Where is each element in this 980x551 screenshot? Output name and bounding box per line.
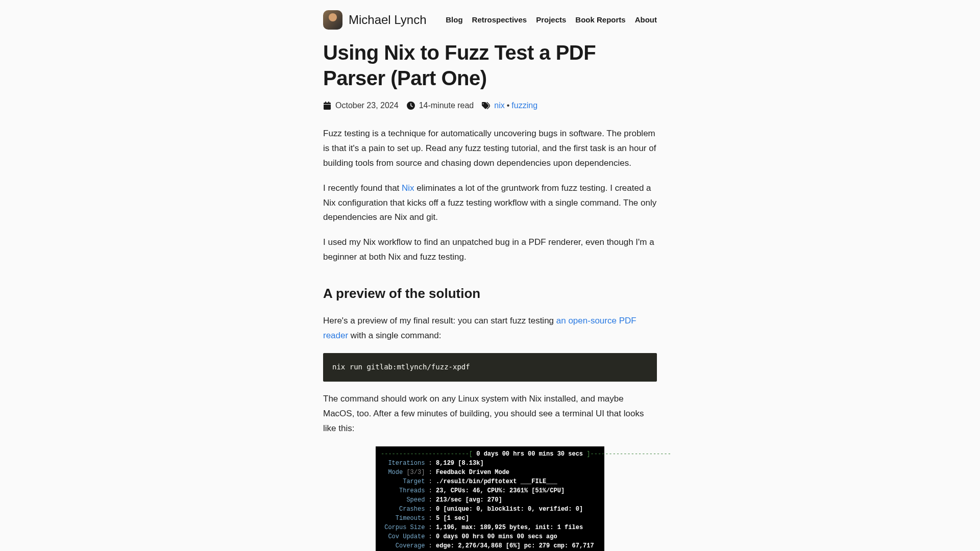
link-nix[interactable]: Nix [402, 183, 414, 193]
main-nav: Blog Retrospectives Projects Book Report… [446, 14, 657, 26]
nav-projects[interactable]: Projects [536, 14, 566, 26]
terminal-screenshot: ------------------------[ 0 days 00 hrs … [376, 446, 604, 551]
nav-book-reports[interactable]: Book Reports [575, 14, 625, 26]
meta-read-time: 14-minute read [407, 99, 474, 112]
tag-nix[interactable]: nix [494, 101, 504, 110]
brand[interactable]: Michael Lynch [323, 10, 427, 30]
meta-tags: nix•fuzzing [482, 99, 537, 112]
tag-separator: • [507, 101, 510, 110]
nav-retrospectives[interactable]: Retrospectives [472, 14, 527, 26]
nav-about[interactable]: About [635, 14, 657, 26]
calendar-icon [323, 102, 331, 110]
nav-blog[interactable]: Blog [446, 14, 462, 26]
page-title: Using Nix to Fuzz Test a PDF Parser (Par… [323, 40, 657, 91]
paragraph-intro: Fuzz testing is a technique for automati… [323, 127, 657, 171]
paragraph-bug: I used my Nix workflow to find an unpatc… [323, 235, 657, 265]
avatar [323, 10, 342, 30]
section-heading-preview: A preview of the solution [323, 283, 657, 305]
paragraph-preview: Here's a preview of my final result: you… [323, 314, 657, 343]
paragraph-linux: The command should work on any Linux sys… [323, 392, 657, 436]
post-meta: October 23, 2024 14-minute read nix•fuzz… [323, 99, 657, 112]
clock-icon [407, 102, 415, 110]
tags-icon [482, 102, 490, 110]
post-date: October 23, 2024 [335, 99, 399, 112]
paragraph-nix: I recently found that Nix eliminates a l… [323, 181, 657, 226]
site-name: Michael Lynch [349, 10, 427, 30]
site-header: Michael Lynch Blog Retrospectives Projec… [323, 10, 657, 30]
meta-date: October 23, 2024 [323, 99, 399, 112]
tag-fuzzing[interactable]: fuzzing [511, 101, 537, 110]
post-read-time: 14-minute read [419, 99, 474, 112]
code-block-nix-run: nix run gitlab:mtlynch/fuzz-xpdf [323, 353, 657, 381]
